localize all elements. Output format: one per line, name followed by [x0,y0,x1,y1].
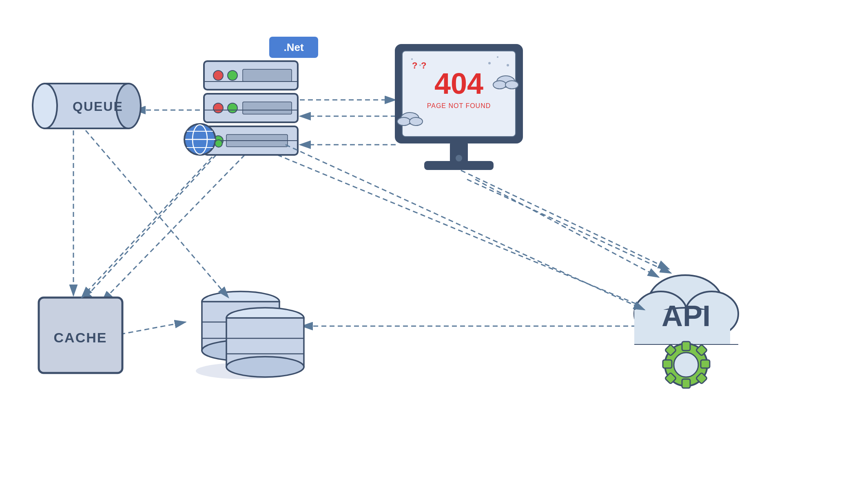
server-component [184,61,298,155]
svg-point-7 [228,71,237,80]
svg-point-11 [213,103,223,113]
queue-component: QUEUE [33,84,141,128]
svg-point-47 [493,81,506,89]
svg-rect-65 [682,342,690,351]
arrow-server-to-api [277,155,651,310]
svg-point-56 [456,155,462,161]
diagram-container: QUEUE [0,0,868,492]
svg-point-51 [507,64,509,66]
svg-point-53 [419,64,421,66]
cache-component: CACHE [39,298,122,373]
error-code: 404 [434,67,483,100]
svg-rect-8 [243,69,292,82]
svg-point-44 [397,117,410,126]
svg-rect-68 [701,360,710,368]
svg-rect-55 [424,161,494,170]
arrow-cache-to-db [120,322,186,334]
svg-point-52 [411,58,413,60]
arrow-monitor-to-api [475,179,659,277]
svg-text:?: ? [412,60,417,71]
database-component [196,291,304,379]
svg-rect-67 [663,360,672,368]
arrow-cross1 [82,157,212,298]
svg-point-24 [215,140,222,147]
arrow-monitor-to-api2 [467,179,671,273]
monitor-component: ? ? 404 PAGE NOT FOUND [396,45,522,170]
svg-point-64 [674,353,698,377]
svg-text:.Net: .Net [283,41,303,53]
arrow-server-to-cache-cross2 [102,155,245,302]
svg-point-36 [226,357,304,377]
svg-rect-66 [682,379,690,388]
queue-label: QUEUE [73,99,123,114]
api-component: API [634,275,738,388]
arrow-server-to-cache-cross1 [82,155,216,302]
arrow-monitor-api-down [461,170,669,269]
error-text: PAGE NOT FOUND [427,102,491,109]
svg-point-45 [410,117,423,126]
svg-rect-13 [243,102,292,114]
api-label: API [662,300,711,332]
svg-point-50 [497,56,498,58]
cache-label: CACHE [54,330,107,345]
svg-point-48 [505,81,518,89]
svg-point-6 [213,71,223,80]
svg-point-49 [488,62,491,64]
svg-text:?: ? [421,60,426,71]
svg-point-12 [228,103,237,113]
svg-point-4 [33,84,57,128]
dotnet-badge: .Net [269,37,318,58]
